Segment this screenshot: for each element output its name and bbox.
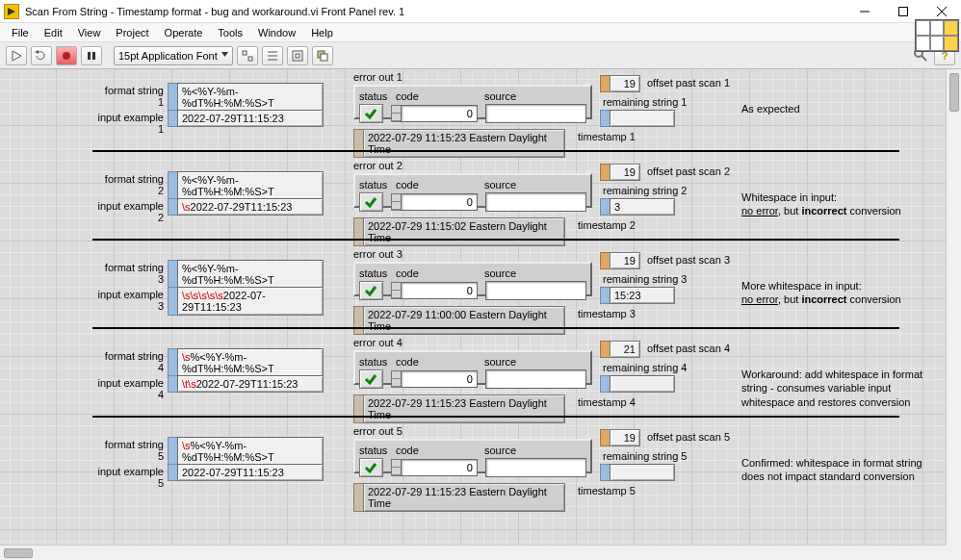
- source-header: source: [484, 90, 516, 102]
- error-cluster[interactable]: status code source 0: [353, 85, 592, 119]
- connector-pane-icon[interactable]: [915, 19, 959, 52]
- input-example-display[interactable]: \t\s2022-07-29T11:15:23: [168, 375, 324, 393]
- offset-label: offset past scan 1: [647, 77, 730, 89]
- source-display[interactable]: [485, 369, 586, 389]
- menu-tools[interactable]: Tools: [210, 23, 250, 41]
- menu-window[interactable]: Window: [250, 23, 303, 41]
- resize-button[interactable]: [287, 46, 308, 65]
- error-cluster[interactable]: status code source 0: [353, 439, 592, 473]
- timestamp-display[interactable]: 2022-07-29 11:15:23 Eastern Daylight Tim…: [353, 129, 565, 158]
- timestamp-display[interactable]: 2022-07-29 11:15:02 Eastern Daylight Tim…: [353, 217, 565, 246]
- source-header: source: [484, 267, 516, 279]
- format-string-display[interactable]: \s%<%Y-%m-%dT%H:%M:%S>T: [168, 348, 324, 377]
- divider: [92, 416, 899, 418]
- reorder-button[interactable]: [312, 46, 333, 65]
- svg-rect-17: [296, 54, 299, 58]
- timestamp-label: timestamp 1: [578, 131, 636, 142]
- code-display[interactable]: 0: [391, 459, 478, 476]
- status-header: status: [359, 179, 388, 191]
- timestamp-label: timestamp 4: [578, 396, 636, 408]
- offset-display[interactable]: 19: [600, 252, 640, 269]
- remaining-label: remaining string 3: [603, 273, 687, 285]
- offset-label: offset past scan 4: [647, 343, 730, 354]
- error-cluster[interactable]: status code source 0: [353, 262, 592, 296]
- error-cluster[interactable]: status code source 0: [353, 350, 592, 385]
- run-continuous-button[interactable]: [31, 46, 52, 65]
- remaining-display[interactable]: 15:23: [600, 287, 675, 304]
- input-example-label: input example 5: [91, 466, 164, 489]
- offset-label: offset past scan 2: [647, 165, 730, 177]
- run-button[interactable]: [6, 46, 27, 65]
- menu-help[interactable]: Help: [303, 23, 341, 41]
- format-string-display[interactable]: %<%Y-%m-%dT%H:%M:%S>T: [168, 171, 324, 200]
- source-display[interactable]: [485, 192, 586, 212]
- resize-grip[interactable]: [946, 545, 961, 560]
- input-example-label: input example 1: [91, 112, 164, 135]
- scrollbar-h-thumb[interactable]: [4, 548, 33, 558]
- format-string-label: format string 1: [96, 85, 164, 108]
- scrollbar-horizontal[interactable]: [0, 545, 946, 560]
- chevron-down-icon: [221, 52, 228, 59]
- menu-edit[interactable]: Edit: [37, 23, 70, 41]
- input-example-display[interactable]: 2022-07-29T11:15:23: [168, 464, 324, 481]
- scrollbar-vertical[interactable]: [946, 69, 961, 545]
- code-header: code: [396, 445, 477, 456]
- input-example-display[interactable]: \s\s\s\s\s2022-07-29T11:15:23: [168, 287, 324, 316]
- format-string-display[interactable]: \s%<%Y-%m-%dT%H:%M:%S>T: [168, 437, 324, 466]
- offset-display[interactable]: 19: [600, 164, 640, 181]
- error-out-label: error out 3: [353, 248, 403, 260]
- minimize-button[interactable]: [845, 0, 884, 23]
- svg-marker-0: [8, 8, 15, 15]
- menu-view[interactable]: View: [70, 23, 109, 41]
- source-display[interactable]: [485, 458, 586, 477]
- comment-text: Confirmed: whitespace in format string d…: [741, 456, 934, 484]
- align-button[interactable]: [237, 46, 258, 65]
- code-display[interactable]: 0: [391, 282, 478, 299]
- remaining-display[interactable]: [600, 375, 675, 393]
- format-string-display[interactable]: %<%Y-%m-%dT%H:%M:%S>T: [168, 83, 324, 112]
- comment-text: More whitespace in input:no error, but i…: [741, 279, 934, 307]
- timestamp-display[interactable]: 2022-07-29 11:00:00 Eastern Daylight Tim…: [353, 306, 565, 335]
- source-display[interactable]: [485, 281, 586, 300]
- code-display[interactable]: 0: [391, 370, 478, 388]
- remaining-display[interactable]: [600, 464, 675, 481]
- font-selector[interactable]: 15pt Application Font: [114, 46, 233, 65]
- menu-project[interactable]: Project: [108, 23, 156, 41]
- abort-button[interactable]: [56, 46, 77, 65]
- remaining-display[interactable]: 3: [600, 198, 675, 216]
- front-panel-canvas[interactable]: format string 1%<%Y-%m-%dT%H:%M:%S>Tinpu…: [0, 69, 961, 560]
- offset-display[interactable]: 21: [600, 341, 640, 358]
- svg-rect-9: [92, 52, 95, 60]
- pause-button[interactable]: [81, 46, 102, 65]
- offset-display[interactable]: 19: [600, 429, 640, 446]
- status-header: status: [359, 445, 388, 456]
- timestamp-display[interactable]: 2022-07-29 11:15:23 Eastern Daylight Tim…: [353, 395, 565, 423]
- remaining-label: remaining string 5: [603, 450, 687, 462]
- input-example-label: input example 2: [91, 200, 164, 223]
- offset-display[interactable]: 19: [600, 75, 640, 92]
- input-example-display[interactable]: \s2022-07-29T11:15:23: [168, 198, 324, 216]
- distribute-button[interactable]: [262, 46, 283, 65]
- svg-line-21: [922, 56, 926, 61]
- divider: [92, 150, 899, 152]
- title-bar: Scan From String - Timestamp format - bu…: [0, 0, 961, 23]
- source-display[interactable]: [485, 104, 586, 123]
- format-string-label: format string 5: [96, 439, 164, 462]
- error-cluster[interactable]: status code source 0: [353, 173, 592, 208]
- comment-text: As expected: [741, 102, 934, 115]
- menu-operate[interactable]: Operate: [157, 23, 211, 41]
- format-string-display[interactable]: %<%Y-%m-%dT%H:%M:%S>T: [168, 260, 324, 289]
- window-title: Scan From String - Timestamp format - bu…: [23, 6, 845, 17]
- svg-marker-5: [13, 51, 21, 61]
- code-display[interactable]: 0: [391, 193, 478, 211]
- format-string-label: format string 4: [96, 350, 164, 373]
- timestamp-display[interactable]: 2022-07-29 11:15:23 Eastern Daylight Tim…: [353, 483, 565, 512]
- remaining-display[interactable]: [600, 110, 675, 127]
- scrollbar-v-thumb[interactable]: [949, 73, 959, 112]
- remaining-label: remaining string 2: [603, 185, 687, 196]
- menu-file[interactable]: File: [4, 23, 37, 41]
- input-example-display[interactable]: 2022-07-29T11:15:23: [168, 110, 324, 127]
- code-display[interactable]: 0: [391, 105, 478, 122]
- status-indicator: [359, 192, 383, 212]
- status-header: status: [359, 90, 388, 102]
